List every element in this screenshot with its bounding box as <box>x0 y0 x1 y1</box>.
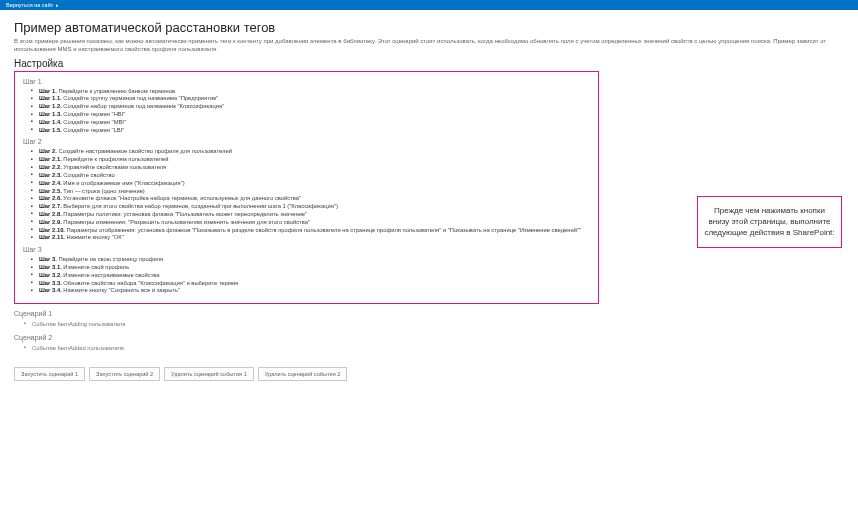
list-item: Шаг 1.3. Создайте термин "HBI" <box>39 111 590 119</box>
list-item: Шаг 3.2. Измените настраиваемые свойства <box>39 272 590 280</box>
run-scenario-2-button[interactable]: Запустить сценарий 2 <box>89 367 160 381</box>
list-item: Шаг 3. Перейдите на свою страницу профил… <box>39 256 590 264</box>
list-item: Шаг 2.10. Параметры отображения: установ… <box>39 227 590 235</box>
list-item: Шаг 1. Перейдите к управлению банком тер… <box>39 88 590 96</box>
list-item: Шаг 1.2. Создайте набор терминов под наз… <box>39 103 590 111</box>
run-scenario-1-button[interactable]: Запустить сценарий 1 <box>14 367 85 381</box>
list-item: Событие ItemAdding пользователя <box>32 320 844 328</box>
scenario-2-title: Сценарий 2 <box>14 334 844 341</box>
page-title: Пример автоматической расстановки тегов <box>14 20 844 35</box>
back-to-site-label: Вернуться на сайт <box>6 2 53 8</box>
step-group-1-title: Шаг 1 <box>23 78 590 85</box>
list-item: Событие ItemAdded пользователя <box>32 344 844 352</box>
step-group-2-list: Шаг 2. Создайте настраиваемое свойство п… <box>23 148 590 242</box>
list-item: Шаг 2.1. Перейдите к профилям пользовате… <box>39 156 590 164</box>
step-group-2-title: Шаг 2 <box>23 138 590 145</box>
delete-scenario-event-2-button[interactable]: Удалить сценарий события 2 <box>258 367 348 381</box>
list-item: Шаг 1.4. Создайте термин "MBI" <box>39 119 590 127</box>
list-item: Шаг 2.9. Параметры изменения: "Разрешить… <box>39 219 590 227</box>
chevron-right-icon: ▸ <box>56 2 59 8</box>
button-row: Запустить сценарий 1 Запустить сценарий … <box>14 367 844 381</box>
delete-scenario-event-1-button[interactable]: Удалить сценарий события 1 <box>164 367 254 381</box>
list-item: Шаг 2. Создайте настраиваемое свойство п… <box>39 148 590 156</box>
list-item: Шаг 2.5. Тип — строка (одно значение) <box>39 188 590 196</box>
list-item: Шаг 3.4. Нажмите кнопку "Сохранить все и… <box>39 287 590 295</box>
instruction-callout: Прежде чем нажимать кнопки внизу этой ст… <box>697 196 842 248</box>
list-item: Шаг 3.3. Обновите свойство набора "Класс… <box>39 280 590 288</box>
list-item: Шаг 2.11. Нажмите кнопку "ОК" <box>39 234 590 242</box>
list-item: Шаг 1.1. Создайте группу терминов под на… <box>39 95 590 103</box>
list-item: Шаг 2.8. Параметры политики: установка ф… <box>39 211 590 219</box>
scenario-1-title: Сценарий 1 <box>14 310 844 317</box>
list-item: Шаг 3.1. Измените свой профиль <box>39 264 590 272</box>
page-intro: В этом примере решения показано, как мож… <box>14 38 844 54</box>
list-item: Шаг 2.2. Управляйте свойствами пользоват… <box>39 164 590 172</box>
page-body: Пример автоматической расстановки тегов … <box>0 10 858 389</box>
list-item: Шаг 2.6. Установите флажок "Настройка на… <box>39 195 590 203</box>
list-item: Шаг 1.5. Создайте термин "LBI" <box>39 127 590 135</box>
setup-heading: Настройка <box>14 58 844 69</box>
back-to-site-link[interactable]: Вернуться на сайт <box>6 2 53 8</box>
scenario-2-list: Событие ItemAdded пользователя <box>14 344 844 352</box>
suite-bar: Вернуться на сайт ▸ <box>0 0 858 10</box>
list-item: Шаг 2.7. Выберите для этого свойства наб… <box>39 203 590 211</box>
setup-guide-box: Шаг 1 Шаг 1. Перейдите к управлению банк… <box>14 71 599 305</box>
step-group-3-title: Шаг 3 <box>23 246 590 253</box>
scenario-1-list: Событие ItemAdding пользователя <box>14 320 844 328</box>
step-group-1-list: Шаг 1. Перейдите к управлению банком тер… <box>23 88 590 135</box>
step-group-3-list: Шаг 3. Перейдите на свою страницу профил… <box>23 256 590 295</box>
list-item: Шаг 2.4. Имя и отображаемое имя ("Класси… <box>39 180 590 188</box>
list-item: Шаг 2.3. Создайте свойство <box>39 172 590 180</box>
